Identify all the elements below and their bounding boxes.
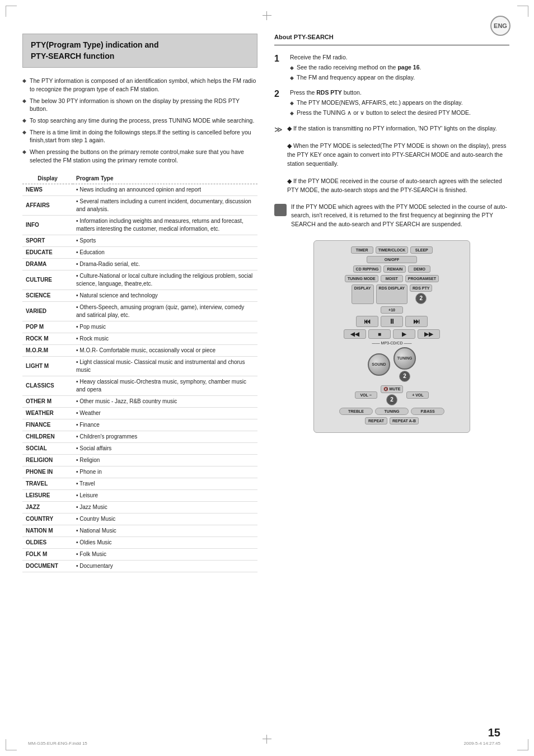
step-2-sub1: ◆ The PTY MODE(NEWS, AFFAIRS, etc.) appe… — [290, 99, 509, 108]
table-cell-program: • Sports — [73, 235, 257, 247]
page-number: 15 — [488, 726, 500, 739]
remote-btn-display[interactable]: DISPLAY — [352, 284, 374, 304]
table-row: WEATHER• Weather — [22, 408, 257, 419]
remote-btn-skipback[interactable]: ⏮ — [356, 316, 378, 327]
remote-btn-programset[interactable]: PROGRAMSET — [405, 275, 439, 282]
table-row: OLDIES• Oldies Music — [22, 537, 257, 549]
about-title: About PTY-SEARCH — [274, 34, 509, 40]
table-cell-program: • Religion — [73, 455, 257, 466]
table-row: SPORT• Sports — [22, 235, 257, 247]
step-1-sub1: ◆ See the radio receiving method on the … — [290, 63, 509, 72]
step-2-content: Press the RDS PTY button. ◆ The PTY MODE… — [290, 88, 509, 117]
corner-mark-bl — [6, 739, 17, 750]
table-cell-display: FOLK M — [22, 549, 73, 561]
remote-btn-pause[interactable]: ⏸ — [381, 316, 403, 327]
remote-btn-stop[interactable]: ■ — [368, 329, 391, 339]
bullet-1: ◆ The PTY information is composed of an … — [22, 77, 257, 93]
table-cell-display: POP M — [22, 321, 73, 333]
remote-btn-play[interactable]: ▶ — [393, 329, 415, 339]
remote-btn-timer[interactable]: TIMER — [351, 246, 373, 254]
bullet-diamond-s1a: ◆ — [290, 64, 294, 72]
remote-btn-repeat[interactable]: REPEAT — [365, 417, 387, 424]
table-cell-display: EDUCATE — [22, 247, 73, 259]
step-1-row: 1 Receive the FM radio. ◆ See the radio … — [274, 53, 509, 82]
table-header-display: Display — [22, 173, 73, 184]
table-cell-program: • Heavy classical music-Orchestra music,… — [73, 376, 257, 396]
cross-bottom — [263, 735, 271, 745]
page-title: PTY(Program Type) indication and PTY-SEA… — [31, 40, 249, 62]
table-cell-display: SCIENCE — [22, 290, 73, 302]
table-row: DRAMA• Drama-Radio serial, etc. — [22, 259, 257, 270]
table-cell-display: NATION M — [22, 525, 73, 537]
table-cell-display: FINANCE — [22, 419, 73, 431]
table-row: NATION M• National Music — [22, 525, 257, 537]
remote-btn-timerclock[interactable]: TIMER/CLOCK — [376, 246, 409, 254]
table-row: OTHER M• Other music - Jazz, R&B country… — [22, 396, 257, 408]
bullet-5: ◆ When pressing the buttons on the prima… — [22, 148, 257, 164]
step-2-num: 2 — [274, 88, 284, 99]
bullet-diamond-s2b: ◆ — [290, 110, 294, 118]
cross-top — [263, 11, 271, 21]
remote-btn-volup[interactable]: + VOL — [406, 391, 429, 399]
remote-knob-sound[interactable]: SOUND — [368, 353, 390, 376]
remote-btn-moist[interactable]: MOIST — [381, 275, 403, 282]
table-cell-program: • Children's programmes — [73, 431, 257, 443]
remote-knob-tuning[interactable]: TUNING — [394, 347, 416, 370]
remote-btn-treble[interactable]: TREBLE — [339, 408, 373, 415]
table-cell-display: OTHER M — [22, 396, 73, 408]
remote-row-display: DISPLAY RDS DISPLAY RDS PTY 2 — [320, 284, 464, 304]
remote-container: TIMER TIMER/CLOCK SLEEP ON/OFF CD RIPPIN… — [313, 240, 470, 433]
table-cell-display: PHONE IN — [22, 466, 73, 478]
remote-btn-tuning2[interactable]: TUNING — [375, 408, 409, 415]
divider — [274, 45, 509, 45]
remote-btn-sleep[interactable]: SLEEP — [410, 246, 433, 254]
table-cell-display: DRAMA — [22, 259, 73, 270]
remote-btn-repeatab[interactable]: REPEAT A-B — [390, 417, 419, 424]
table-cell-display: LEISURE — [22, 490, 73, 502]
table-cell-display: LIGHT M — [22, 357, 73, 376]
remote-row-onoff: ON/OFF — [320, 256, 464, 263]
corner-mark-tr — [517, 6, 528, 17]
note-arrow-icon: ≫ — [274, 124, 283, 136]
remote-row-repeat: REPEAT REPEAT A-B — [320, 417, 464, 424]
table-cell-program: • Others-Speech, amusing program (quiz, … — [73, 302, 257, 321]
table-row: CHILDREN• Children's programmes — [22, 431, 257, 443]
table-cell-program: • Light classical music- Classical music… — [73, 357, 257, 376]
remote-btn-fwd[interactable]: ▶▶ — [418, 329, 440, 339]
table-row: VARIED• Others-Speech, amusing program (… — [22, 302, 257, 321]
table-cell-display: M.O.R.M — [22, 345, 73, 357]
remote-btn-voldown[interactable]: VOL − — [355, 391, 377, 399]
remote-row-timer: TIMER TIMER/CLOCK SLEEP — [320, 246, 464, 254]
remote-btn-pbass[interactable]: P.BASS — [411, 408, 444, 415]
remote-row-cd: CD RIPPING REMAIN DEMO — [320, 265, 464, 273]
table-cell-display: SPORT — [22, 235, 73, 247]
remote-btn-mute[interactable]: 🔇 MUTE — [381, 385, 404, 393]
table-cell-display: TRAVEL — [22, 478, 73, 490]
remote-btn-rdspy[interactable]: RDS PTY — [410, 284, 432, 292]
bullet-4: ◆ There is a time limit in doing the fol… — [22, 128, 257, 144]
remote-btn-plus10[interactable]: +10 — [381, 306, 403, 314]
table-row: DOCUMENT• Documentary — [22, 561, 257, 572]
bullet-2: ◆ The below 30 PTY information is shown … — [22, 97, 257, 113]
pty-table: Display Program Type NEWS• News includin… — [22, 173, 257, 572]
table-cell-program: • Folk Music — [73, 549, 257, 561]
table-row: M.O.R.M• M.O.R- Comfortable music, occas… — [22, 345, 257, 357]
remote-btn-demo[interactable]: DEMO — [408, 265, 430, 273]
remote-btn-onoff[interactable]: ON/OFF — [367, 256, 417, 263]
remote-btn-cdripping[interactable]: CD RIPPING — [353, 265, 382, 273]
table-cell-program: • Several matters including a current in… — [73, 196, 257, 216]
table-cell-display: WEATHER — [22, 408, 73, 419]
note-1-content: ◆ If the station is transmitting no PTY … — [287, 124, 509, 195]
remote-btn-tuningmode[interactable]: TUNING MODE — [345, 275, 378, 282]
bullets-section: ◆ The PTY information is composed of an … — [22, 77, 257, 164]
remote-btn-rdsdisplay[interactable]: RDS DISPLAY — [376, 284, 407, 304]
table-cell-display: JAZZ — [22, 502, 73, 514]
remote-rdspy-col: RDS PTY 2 — [410, 284, 432, 304]
table-cell-program: • Travel — [73, 478, 257, 490]
remote-btn-remain[interactable]: REMAIN — [383, 265, 406, 273]
table-cell-program: • Other music - Jazz, R&B country music — [73, 396, 257, 408]
table-cell-program: • News including an announced opinion an… — [73, 184, 257, 196]
note-tape-block: If the PTY MODE which agrees with the PT… — [274, 203, 509, 229]
remote-btn-rew[interactable]: ◀◀ — [344, 329, 366, 339]
remote-btn-skipfwd[interactable]: ⏭ — [405, 316, 428, 327]
